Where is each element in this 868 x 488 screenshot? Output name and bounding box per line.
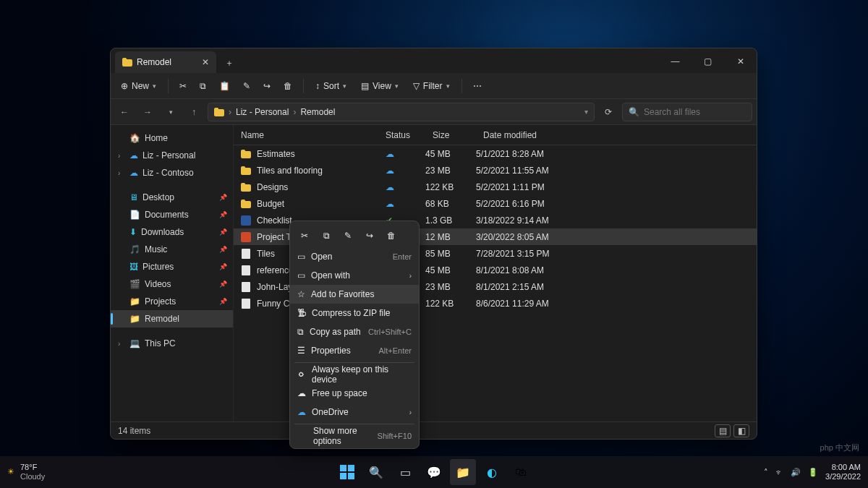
file-row[interactable]: Budget☁68 KB5/2/2021 6:16 PM	[234, 195, 757, 212]
view-button[interactable]: ▤ View ▾	[355, 76, 404, 96]
cut-button[interactable]: ✂	[174, 76, 192, 96]
sidebar-item-downloads[interactable]: ⬇Downloads📌	[111, 223, 233, 241]
crumb-personal[interactable]: Liz - Personal	[236, 107, 289, 117]
wifi-icon[interactable]: ᯤ	[775, 468, 783, 476]
ctx-free-up-space[interactable]: ☁ Free up space	[290, 384, 419, 403]
col-date[interactable]: Date modified	[476, 130, 757, 140]
edge-button[interactable]: ◐	[479, 459, 505, 485]
ctx-delete-button[interactable]: 🗑	[381, 227, 401, 244]
file-row[interactable]: Designs☁122 KB5/2/2021 1:11 PM	[234, 179, 757, 195]
clock[interactable]: 8:00 AM 3/29/2022	[825, 463, 861, 481]
ctx-compress-zip[interactable]: 🗜 Compress to ZIP file	[290, 304, 419, 322]
file-row[interactable]: Estimates☁45 MB5/1/2021 8:28 AM	[234, 145, 757, 162]
crumb-remodel[interactable]: Remodel	[300, 107, 335, 117]
desktop-icon: 🖥	[129, 192, 138, 202]
sidebar-item-desktop[interactable]: 🖥Desktop📌	[111, 189, 233, 206]
ctx-cut-button[interactable]: ✂	[294, 227, 315, 244]
sidebar-item-contoso[interactable]: ›☁Liz - Contoso	[111, 164, 233, 181]
search-input[interactable]	[644, 107, 752, 117]
minimize-button[interactable]: —	[659, 50, 692, 73]
sidebar-item-music[interactable]: 🎵Music📌	[111, 241, 233, 258]
details-view-button[interactable]: ▤	[715, 424, 731, 437]
search-box[interactable]: 🔍	[622, 103, 752, 121]
view-icon: ▤	[361, 81, 369, 91]
ctx-share-button[interactable]: ↪	[359, 227, 380, 244]
pc-icon: 💻	[129, 338, 140, 348]
weather-icon: ☀	[7, 467, 14, 476]
sidebar-item-remodel[interactable]: 📁Remodel	[111, 310, 233, 328]
file-size: 122 KB	[425, 299, 476, 309]
sidebar-item-projects[interactable]: 📁Projects📌	[111, 293, 233, 310]
sidebar-item-home[interactable]: 🏠Home	[111, 129, 233, 147]
sidebar-item-thispc[interactable]: ›💻This PC	[111, 335, 233, 352]
up-button[interactable]: ↑	[184, 103, 203, 121]
recent-button[interactable]: ▾	[161, 103, 180, 121]
tab-title: Remodel	[137, 57, 171, 67]
new-button[interactable]: ⊕ New ▾	[115, 76, 162, 96]
filter-button[interactable]: ▽ Filter ▾	[407, 76, 456, 96]
pin-icon: 📌	[219, 298, 227, 305]
more-button[interactable]: ⋯	[468, 76, 487, 96]
sort-button[interactable]: ↕ Sort ▾	[310, 76, 352, 96]
copy-button[interactable]: ⧉	[195, 76, 211, 96]
svg-rect-2	[242, 249, 250, 259]
store-button[interactable]: 🛍	[508, 459, 534, 485]
col-name[interactable]: Name	[234, 130, 378, 140]
new-tab-button[interactable]: ＋	[219, 53, 239, 73]
share-button[interactable]: ↪	[258, 76, 276, 96]
back-button[interactable]: ←	[115, 103, 134, 121]
ctx-open-with[interactable]: ▭ Open with ›	[290, 266, 419, 285]
tab-close-icon[interactable]: ✕	[202, 57, 209, 67]
file-size: 122 KB	[425, 182, 476, 192]
file-name: Checklist	[257, 215, 292, 226]
forward-button[interactable]: →	[138, 103, 157, 121]
ctx-onedrive[interactable]: ☁ OneDrive ›	[290, 403, 419, 421]
ctx-add-to-favorites[interactable]: ☆ Add to Favorites	[290, 285, 419, 304]
keep-icon: ⭘	[297, 369, 306, 380]
close-button[interactable]: ✕	[724, 50, 757, 73]
maximize-button[interactable]: ▢	[692, 50, 724, 73]
col-size[interactable]: Size	[425, 130, 476, 140]
ctx-always-keep[interactable]: ⭘ Always keep on this device	[290, 365, 419, 384]
ctx-copy-button[interactable]: ⧉	[316, 227, 336, 244]
paste-button[interactable]: 📋	[214, 76, 235, 96]
file-explorer-window: Remodel ✕ ＋ — ▢ ✕ ⊕ New ▾ ✂ ⧉ 📋 ✎ ↪ 🗑	[110, 48, 757, 440]
chevron-down-icon[interactable]: ▾	[584, 108, 588, 116]
svg-rect-4	[242, 282, 250, 292]
tray-chevron-icon[interactable]: ˄	[764, 468, 768, 477]
volume-icon[interactable]: 🔊	[791, 468, 801, 477]
explorer-button[interactable]: 📁	[450, 459, 476, 485]
folder-icon: 📁	[129, 296, 140, 307]
paste-icon: 📋	[219, 81, 230, 91]
weather-widget[interactable]: ☀ 78°F Cloudy	[7, 463, 45, 481]
ctx-properties[interactable]: ☰ Properties Alt+Enter	[290, 341, 419, 360]
file-row[interactable]: Tiles and flooring☁23 MB5/2/2021 11:55 A…	[234, 162, 757, 179]
delete-button[interactable]: 🗑	[278, 76, 297, 96]
start-button[interactable]	[334, 459, 360, 485]
ctx-rename-button[interactable]: ✎	[338, 227, 358, 244]
ctx-show-more[interactable]: Show more options Shift+F10	[290, 427, 419, 445]
chevron-right-icon: ›	[409, 408, 412, 416]
taskview-button[interactable]: ▭	[392, 459, 418, 485]
rename-button[interactable]: ✎	[238, 76, 255, 96]
cut-icon: ✂	[301, 231, 308, 241]
sidebar-item-personal[interactable]: ›☁Liz - Personal	[111, 147, 233, 164]
trash-icon: 🗑	[284, 81, 292, 91]
context-menu: ✂ ⧉ ✎ ↪ 🗑 ▭ Open Enter ▭ Open with › ☆ A…	[289, 221, 420, 449]
chat-button[interactable]: 💬	[421, 459, 447, 485]
sidebar-item-videos[interactable]: 🎬Videos📌	[111, 275, 233, 293]
ctx-open[interactable]: ▭ Open Enter	[290, 247, 419, 266]
search-button[interactable]: 🔍	[363, 459, 389, 485]
sidebar-item-pictures[interactable]: 🖼Pictures📌	[111, 258, 233, 275]
trash-icon: 🗑	[387, 231, 396, 241]
sidebar-item-documents[interactable]: 📄Documents📌	[111, 206, 233, 223]
home-icon: 🏠	[129, 133, 140, 143]
ctx-copy-as-path[interactable]: ⧉ Copy as path Ctrl+Shift+C	[290, 322, 419, 341]
file-date: 7/28/2021 3:15 PM	[476, 249, 757, 259]
battery-icon[interactable]: 🔋	[808, 468, 818, 477]
tab-remodel[interactable]: Remodel ✕	[115, 51, 216, 73]
refresh-button[interactable]: ⟳	[599, 103, 618, 121]
breadcrumb[interactable]: › Liz - Personal › Remodel ▾	[208, 103, 595, 121]
col-status[interactable]: Status	[378, 130, 425, 140]
icons-view-button[interactable]: ◧	[733, 424, 749, 437]
